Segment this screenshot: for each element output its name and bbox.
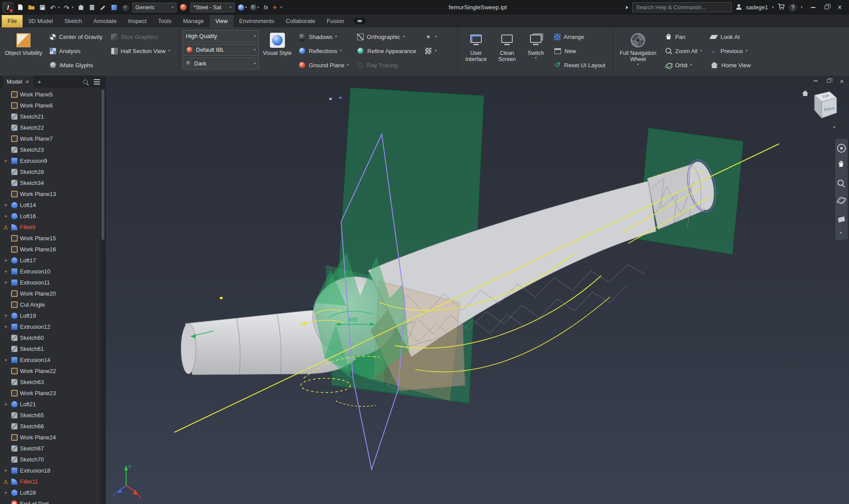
tree-item-work-plane7[interactable]: Work Plane7 <box>0 133 99 144</box>
help-menu-caret-icon[interactable] <box>801 6 803 9</box>
inventor-app-button[interactable]: I <box>3 2 13 13</box>
tree-item-work-plane13[interactable]: Work Plane13 <box>0 189 99 200</box>
zoom-all-button[interactable]: Zoom All <box>662 44 705 58</box>
tree-item-work-plane22[interactable]: Work Plane22 <box>0 365 99 377</box>
add-to-toolbar-icon[interactable] <box>273 4 277 12</box>
viewcube[interactable]: TOP RIGHT ▾ <box>802 90 837 130</box>
quality-combobox[interactable]: High Quality <box>183 30 259 42</box>
adjust-appearance-button[interactable] <box>238 4 247 11</box>
reflections-button[interactable]: Reflections <box>296 44 351 58</box>
tree-expander[interactable]: + <box>3 202 9 208</box>
window-minimize-button[interactable] <box>807 0 820 15</box>
tree-expander[interactable]: + <box>3 357 9 363</box>
analysis-button[interactable]: Analysis <box>46 44 105 58</box>
fusion-cloud-icon[interactable] <box>353 18 366 24</box>
object-visibility-button[interactable]: Object Visibility <box>4 30 44 57</box>
tree-expander[interactable]: + <box>3 279 9 286</box>
tree-expander[interactable]: + <box>3 312 9 319</box>
document-restore-button[interactable] <box>825 78 832 84</box>
pan-button[interactable]: Pan <box>662 30 705 43</box>
tree-item-extrusion18[interactable]: + Extrusion18 <box>0 465 99 476</box>
username[interactable]: sadege1 <box>746 4 768 11</box>
viewcube-home-icon[interactable] <box>802 90 808 96</box>
save-button[interactable] <box>39 4 46 11</box>
clean-screen-button[interactable]: Clean Screen <box>493 30 521 64</box>
look-at-button[interactable]: Look At <box>707 30 753 43</box>
browser-scrollbar-thumb[interactable] <box>101 89 104 240</box>
tree-item-fillet11[interactable]: ⚠ Fillet11 <box>0 476 99 487</box>
help-search-input[interactable] <box>632 2 732 12</box>
ibl-combobox[interactable]: Default IBL <box>183 44 259 56</box>
user-interface-button[interactable]: User Interface <box>461 30 491 64</box>
tree-item-sketch66[interactable]: Sketch66 <box>0 421 99 432</box>
tree-expander[interactable]: + <box>3 268 9 275</box>
tree-item-work-plane23[interactable]: Work Plane23 <box>0 388 99 399</box>
tree-item-work-plane6[interactable]: Work Plane6 <box>0 100 99 111</box>
tree-item-extrusion10[interactable]: + Extrusion10 <box>0 266 99 277</box>
tree-item-extrusion14[interactable]: + Extrusion14 <box>0 354 99 365</box>
tab-sketch[interactable]: Sketch <box>59 15 88 27</box>
tab-3d-model[interactable]: 3D Model <box>23 15 59 27</box>
browser-tab-model[interactable]: Model <box>3 76 33 88</box>
undo-button[interactable] <box>50 4 60 11</box>
new-window-button[interactable]: New <box>551 44 608 58</box>
imate-glyphs-button[interactable]: iMate Glyphs <box>46 58 105 72</box>
tree-expander[interactable]: ⚠ <box>3 224 9 231</box>
tab-file[interactable]: File <box>2 15 23 27</box>
iproperties-button[interactable] <box>88 4 96 11</box>
tree-item-sketch21[interactable]: Sketch21 <box>0 111 99 122</box>
user-menu-caret-icon[interactable] <box>772 6 774 9</box>
tab-manage[interactable]: Manage <box>177 15 210 27</box>
tree-expander[interactable]: + <box>3 158 9 164</box>
ground-plane-button[interactable]: Ground Plane <box>296 58 351 72</box>
home-button[interactable] <box>77 4 85 11</box>
appearance-combobox[interactable]: *Steel - Sat <box>190 3 234 12</box>
3d-scene[interactable]: 400 TOP RIGHT ▾ <box>106 76 849 504</box>
browser-tab-close-icon[interactable] <box>25 78 29 85</box>
tree-item-extrusion12[interactable]: + Extrusion12 <box>0 321 99 332</box>
reset-ui-layout-button[interactable]: Reset UI Layout <box>551 58 608 72</box>
tree-expander[interactable]: + <box>3 401 9 408</box>
tree-expander[interactable]: + <box>3 467 9 474</box>
tree-item-sketch63[interactable]: Sketch63 <box>0 377 99 388</box>
window-close-button[interactable] <box>833 0 846 15</box>
tree-item-loft21[interactable]: + Loft21 <box>0 399 99 410</box>
tree-item-sketch28[interactable]: Sketch28 <box>0 166 99 177</box>
qat-customize-icon[interactable] <box>280 6 282 9</box>
browser-search-icon[interactable] <box>83 80 88 84</box>
tree-item-sketch23[interactable]: Sketch23 <box>0 144 99 155</box>
tree-item-work-plane16[interactable]: Work Plane16 <box>0 244 99 255</box>
tree-item-sketch22[interactable]: Sketch22 <box>0 122 99 133</box>
full-navigation-wheel-button[interactable]: Full Navigation Wheel <box>617 30 659 67</box>
nav-more-caret-icon[interactable]: ▾ <box>840 230 842 235</box>
tree-item-loft16[interactable]: + Loft16 <box>0 211 99 222</box>
document-minimize-button[interactable] <box>812 78 819 84</box>
window-restore-button[interactable] <box>820 0 833 15</box>
tree-item-fillet9[interactable]: ⚠ Fillet9 <box>0 222 99 233</box>
previous-view-button[interactable]: Previous <box>707 44 753 58</box>
tab-fusion[interactable]: Fusion <box>321 15 350 27</box>
tree-item-loft17[interactable]: + Loft17 <box>0 255 99 266</box>
half-section-view-button[interactable]: Half Section View <box>108 44 173 58</box>
appearance-overrides-button[interactable] <box>250 4 259 11</box>
tree-item-work-plane24[interactable]: Work Plane24 <box>0 432 99 443</box>
tree-item-cut-angle[interactable]: Cut Angle <box>0 299 99 310</box>
tree-item-work-plane15[interactable]: Work Plane15 <box>0 233 99 244</box>
browser-scrollbar[interactable] <box>100 88 105 504</box>
switch-window-button[interactable]: Switch <box>523 30 548 61</box>
viewcube-menu-caret-icon[interactable]: ▾ <box>833 125 835 130</box>
visual-style-button[interactable]: Visual Style <box>261 30 293 57</box>
edit-button[interactable] <box>100 4 107 11</box>
tree-expander[interactable]: + <box>3 213 9 219</box>
tree-item-sketch67[interactable]: Sketch67 <box>0 443 99 454</box>
tree-item-work-plane20[interactable]: Work Plane20 <box>0 288 99 299</box>
document-close-button[interactable] <box>838 78 845 84</box>
tree-item-end-of-part[interactable]: End of Part <box>0 498 99 504</box>
tab-view[interactable]: View <box>210 15 234 27</box>
open-folder-button[interactable] <box>28 4 35 11</box>
refine-appearance-button[interactable]: Refine Appearance <box>354 44 419 58</box>
theme-combobox[interactable]: Dark <box>183 58 259 69</box>
tab-inspect[interactable]: Inspect <box>122 15 152 27</box>
tree-expander[interactable]: + <box>3 323 9 330</box>
browser-menu-icon[interactable] <box>94 79 100 85</box>
